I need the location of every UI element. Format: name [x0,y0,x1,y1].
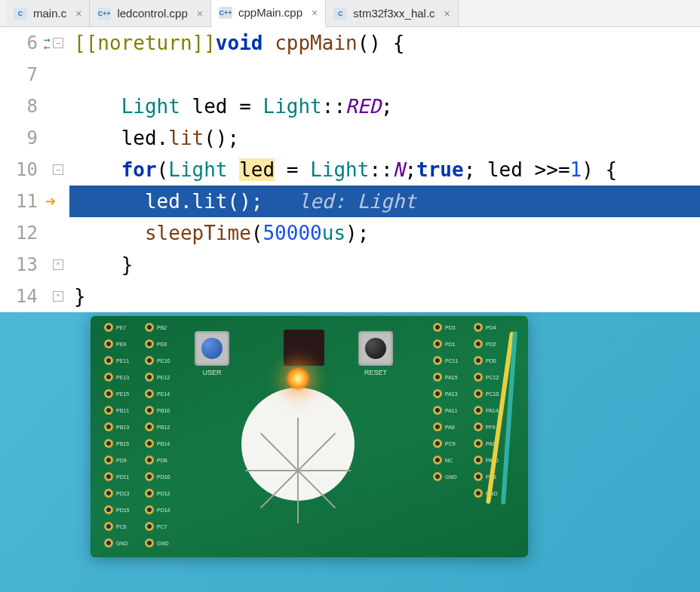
code-content[interactable]: [[noreturn]]void cppMain() { Light led =… [69,27,700,312]
button-cap-blue [201,338,223,359]
pin-row: PD8 [145,452,186,468]
pin-row: PD11 [104,468,145,485]
fold-row: ⌃ [47,249,69,281]
fold-collapse-icon[interactable]: − [53,38,63,48]
code-line-current[interactable]: led.lit(); led: Light [69,186,700,217]
pin-row: PB10 [145,402,186,419]
pcb-board: PE7PE9PE11PE13PE15PB11PB13PB15PD9PD11PD1… [91,316,528,557]
pin-row: PE7 [104,319,145,336]
code-line[interactable]: led.lit(); [69,122,700,154]
code-line[interactable]: sleepTime(50000us); [69,217,700,249]
pin-row: PB12 [145,419,186,435]
line-number: 6 [0,27,38,59]
code-line[interactable] [69,59,700,90]
button-cap-black [365,338,386,359]
reset-button: RESET [358,331,393,366]
line-number: 9 [0,122,38,154]
cpp-file-icon: C++ [219,7,232,19]
line-number: 13 [0,249,38,281]
pin-row: PD14 [145,502,186,518]
pin-row: PE13 [104,369,145,385]
tab-ledcontrol[interactable]: C++ ledcontrol.cpp × [90,0,211,26]
pin-row: PB13 [104,419,145,435]
pin-column-left: PE7PE9PE11PE13PE15PB11PB13PB15PD9PD11PD1… [104,319,145,551]
line-gutter: 6 7 8 9 10 11 12 13 14 [0,27,47,312]
tab-stm32hal[interactable]: C stm32f3xx_hal.c × [326,0,459,26]
pin-row: PE9 [104,336,145,352]
pin-row: PD12 [145,485,186,502]
code-line[interactable]: Light led = Light::RED; [69,90,700,122]
tab-label: stm32f3xx_hal.c [353,7,434,20]
fold-gutter: →← − − ➔ ⌃ ⌃ [47,27,69,312]
cpp-file-icon: C++ [97,8,111,20]
board-photo: PE7PE9PE11PE13PE15PB11PB13PB15PD9PD11PD1… [0,312,700,592]
c-file-icon: C [14,8,27,20]
fold-close-icon[interactable]: ⌃ [53,291,63,302]
line-number: 14 [0,281,38,312]
close-icon[interactable]: × [312,7,318,19]
pin-row: PD9 [104,452,145,468]
led-on-icon [287,367,309,390]
c-file-icon: C [333,8,347,20]
line-number: 10 [0,154,38,186]
fold-row: →← − [47,27,69,59]
pin-row: PB14 [145,435,186,452]
code-editor[interactable]: 6 7 8 9 10 11 12 13 14 →← − − ➔ ⌃ ⌃ [[no… [0,27,700,312]
pin-row: PE15 [104,385,145,402]
fold-close-icon[interactable]: ⌃ [53,259,63,270]
pin-row: PE8 [145,336,186,352]
pin-row: PB15 [104,435,145,452]
ic-chip [284,330,324,366]
line-number: 8 [0,90,38,122]
inline-hint: led: Light [298,190,416,213]
execution-pointer-icon: ➔ [45,191,66,212]
code-line[interactable]: } [69,249,700,281]
pin-row: GND [104,535,145,551]
pin-row: PD13 [104,485,145,502]
tab-label: ledcontrol.cpp [117,7,187,20]
diff-arrows-icon: →← [44,35,50,51]
pin-row: PD15 [104,502,145,518]
close-icon[interactable]: × [75,8,81,20]
fold-row: ⌃ [47,281,69,312]
pin-row: GND [145,535,186,551]
code-line[interactable]: [[noreturn]]void cppMain() { [69,27,700,59]
pin-row: PE11 [104,352,145,369]
wires [468,331,573,512]
pin-column-left2: PB2PE8PE10PE12PE14PB10PB12PB14PD8PD10PD1… [145,319,186,551]
fold-row: − [47,154,69,186]
user-button: USER [195,331,229,366]
led-compass [241,388,355,501]
fold-row: ➔ [47,186,69,217]
close-icon[interactable]: × [197,8,203,20]
pin-row: PE14 [145,385,186,402]
code-line[interactable]: for(Light led = Light::N;true; led >>=1)… [69,154,700,186]
line-number: 12 [0,217,38,249]
pin-row: PD10 [145,468,186,485]
tab-cppmain[interactable]: C++ cppMain.cpp × [211,0,326,27]
button-label: USER [195,369,229,376]
code-line[interactable]: } [69,281,700,312]
pin-row: PC6 [104,518,145,535]
tab-label: cppMain.cpp [238,6,302,19]
line-number: 7 [0,59,38,90]
tab-bar: C main.c × C++ ledcontrol.cpp × C++ cppM… [0,0,700,27]
tab-main-c[interactable]: C main.c × [6,0,90,26]
pin-row: PE12 [145,369,186,385]
button-label: RESET [358,369,393,376]
line-number: 11 [0,186,38,217]
tab-label: main.c [33,7,66,20]
pin-row: PB11 [104,402,145,419]
pin-row: PE10 [145,352,186,369]
pin-row: PB2 [145,319,186,336]
pin-row: PC7 [145,518,186,535]
fold-collapse-icon[interactable]: − [53,164,63,175]
close-icon[interactable]: × [444,8,450,20]
